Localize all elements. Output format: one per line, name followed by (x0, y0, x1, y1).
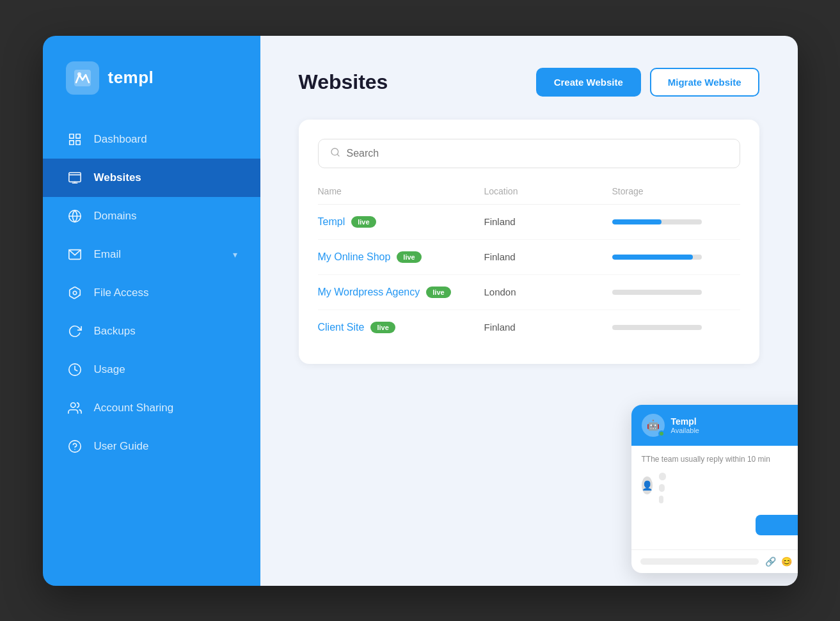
sidebar-item-domains[interactable]: Domains (43, 197, 260, 235)
chat-bubble-group (659, 473, 666, 503)
chat-message-row: 👤 (642, 473, 666, 503)
svg-point-9 (73, 291, 77, 295)
col-header-name: Name (318, 186, 484, 196)
svg-rect-4 (69, 140, 73, 144)
sidebar: templ Dashboard (43, 36, 260, 586)
chat-agent-status: Available (671, 427, 699, 434)
chat-input[interactable] (640, 558, 759, 565)
search-icon (330, 147, 340, 160)
svg-rect-5 (75, 140, 79, 144)
create-website-button[interactable]: Create Website (536, 68, 641, 97)
chat-bubble (659, 473, 666, 480)
location-finland-2: Finland (484, 251, 612, 262)
table-row: Client Site live Finland (318, 310, 740, 345)
site-link-client-site[interactable]: Client Site live (318, 322, 484, 333)
chat-bubble (659, 484, 665, 492)
table-row: Templ live Finland (318, 205, 740, 240)
header-buttons: Create Website Migrate Website (536, 68, 759, 97)
backups-icon (66, 322, 84, 340)
location-finland-1: Finland (484, 216, 612, 227)
sidebar-nav: Dashboard Websites (43, 120, 260, 560)
usage-icon (66, 361, 84, 379)
sidebar-logo: templ (43, 61, 260, 120)
svg-point-11 (70, 402, 75, 407)
sidebar-label-user-guide: User Guide (94, 440, 149, 453)
chat-bubble (659, 496, 664, 503)
main-content: Websites Create Website Migrate Website … (260, 36, 798, 586)
page-title: Websites (299, 70, 388, 94)
attachment-icon[interactable]: 🔗 (765, 556, 776, 567)
svg-rect-6 (68, 172, 80, 182)
sidebar-label-domains: Domains (94, 210, 137, 223)
storage-bar-2 (612, 255, 740, 260)
status-badge: live (370, 322, 395, 333)
emoji-icon[interactable]: 😊 (781, 556, 792, 567)
account-sharing-icon (66, 399, 84, 417)
main-header: Websites Create Website Migrate Website (299, 68, 759, 97)
svg-point-1 (77, 72, 81, 76)
sidebar-label-dashboard: Dashboard (94, 133, 147, 146)
sidebar-item-usage[interactable]: Usage (43, 350, 260, 389)
site-name-text: My Wordpress Agency (318, 287, 420, 298)
table-row: My Online Shop live Finland (318, 240, 740, 275)
storage-bar-3 (612, 290, 740, 295)
site-name-text: Client Site (318, 322, 365, 333)
chat-avatar: 🤖 (642, 414, 665, 437)
status-badge: live (426, 287, 450, 298)
chat-messages: 👤 (642, 473, 798, 503)
chat-body: TThe team usually reply within 10 min 👤 (631, 446, 798, 549)
storage-bar-1 (612, 219, 740, 224)
sidebar-item-websites[interactable]: Websites (43, 159, 260, 197)
email-icon (66, 246, 84, 263)
dashboard-icon (66, 130, 84, 148)
search-box (318, 139, 740, 168)
chat-header-info: Templ Available (671, 416, 699, 434)
sidebar-item-user-guide[interactable]: User Guide (43, 427, 260, 466)
sidebar-item-dashboard[interactable]: Dashboard (43, 120, 260, 159)
logo-text: templ (108, 68, 154, 88)
sidebar-item-file-access[interactable]: File Access (43, 274, 260, 312)
location-finland-3: Finland (484, 322, 612, 333)
site-name-text: My Online Shop (318, 251, 391, 263)
chat-user-avatar: 👤 (642, 476, 653, 494)
sidebar-item-email[interactable]: Email ▾ (43, 235, 260, 274)
email-chevron-icon: ▾ (233, 249, 237, 260)
sidebar-label-websites: Websites (94, 171, 141, 184)
sidebar-label-email: Email (94, 248, 122, 261)
file-access-icon (66, 284, 84, 302)
search-input[interactable] (347, 148, 728, 159)
sidebar-item-account-sharing[interactable]: Account Sharing (43, 389, 260, 427)
app-wrapper: templ Dashboard (43, 36, 798, 586)
chat-footer: 🔗 😊 📎 (631, 549, 798, 573)
col-header-storage: Storage (612, 186, 740, 196)
table-row: My Wordpress Agency live London (318, 275, 740, 310)
chat-widget: 🤖 Templ Available TThe team usually repl… (631, 405, 798, 573)
col-header-location: Location (484, 186, 612, 196)
site-link-my-online-shop[interactable]: My Online Shop live (318, 251, 484, 263)
storage-bar-4 (612, 325, 740, 330)
websites-card: Name Location Storage Templ live Finland (299, 120, 759, 364)
websites-icon (66, 169, 84, 187)
clip-icon[interactable]: 📎 (797, 556, 798, 567)
svg-point-12 (68, 440, 80, 452)
sidebar-label-account-sharing: Account Sharing (94, 402, 174, 414)
location-london: London (484, 287, 612, 297)
status-badge: live (351, 216, 376, 228)
site-name-text: Templ (318, 216, 345, 228)
svg-rect-3 (75, 134, 79, 138)
table-header: Name Location Storage (318, 186, 740, 205)
site-link-wordpress-agency[interactable]: My Wordpress Agency live (318, 287, 484, 298)
site-link-templ[interactable]: Templ live (318, 216, 484, 228)
chat-send-button[interactable] (756, 515, 798, 535)
sidebar-label-file-access: File Access (94, 287, 149, 299)
svg-rect-2 (69, 134, 73, 138)
chat-footer-icons: 🔗 😊 📎 (765, 556, 798, 567)
domains-icon (66, 207, 84, 225)
migrate-website-button[interactable]: Migrate Website (650, 68, 759, 97)
svg-rect-0 (74, 70, 91, 86)
status-badge: live (397, 251, 421, 263)
chat-agent-name: Templ (671, 416, 699, 427)
user-guide-icon (66, 437, 84, 455)
logo-icon (66, 61, 99, 95)
sidebar-item-backups[interactable]: Backups (43, 312, 260, 350)
